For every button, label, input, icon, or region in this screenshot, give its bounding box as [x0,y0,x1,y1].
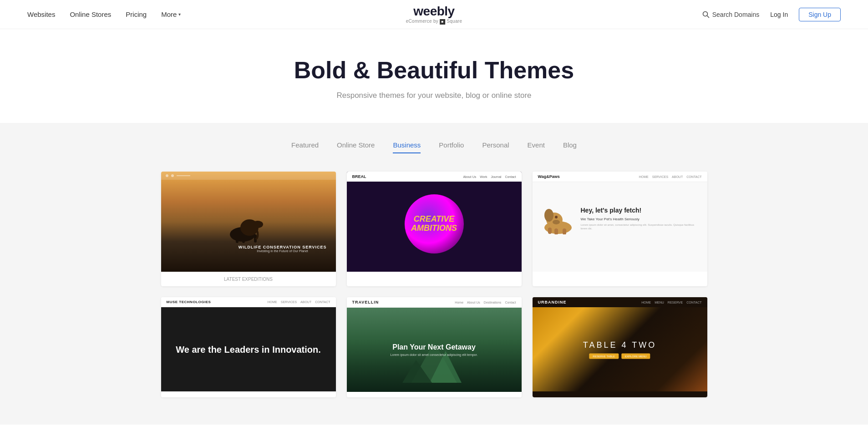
tab-blog[interactable]: Blog [563,141,577,153]
hero-title: Bold & Beautiful Themes [9,56,859,84]
svg-rect-15 [563,228,566,234]
wag-logo: Wag&Paws [538,174,560,179]
tab-business[interactable]: Business [393,141,421,153]
urban-bar: URBANDINE HOME MENU RESERVE CONTACT [533,297,707,307]
travel-logo: TRAVELLIN [352,300,379,304]
theme-preview-muse: MUSE TECHNOLOGIES HOME SERVICES ABOUT CO… [161,297,336,397]
breal-circle: CREATIVEAMBITIONS [405,194,464,254]
theme-card-urban[interactable]: URBANDINE HOME MENU RESERVE CONTACT TABL… [533,297,707,397]
themes-section: Featured Online Store Business Portfolio… [0,123,868,425]
tab-online-store[interactable]: Online Store [337,141,375,153]
theme-card-wildlife[interactable]: WILDLIFE CONSERVATION SERVICES Investing… [161,172,336,286]
wildlife-content: WILDLIFE CONSERVATION SERVICES Investing… [161,180,336,257]
logo-name: weebly [406,4,462,19]
svg-point-12 [553,220,560,224]
nav-pricing[interactable]: Pricing [126,10,147,18]
breal-logo: BREAL [352,174,366,179]
theme-card-travel[interactable]: TRAVELLIN Home About Us Destinations Con… [347,297,522,397]
dot-icon [166,174,168,177]
nav-online-stores[interactable]: Online Stores [70,10,111,18]
elephant-silhouette [227,212,263,243]
wag-bar: Wag&Paws HOME SERVICES ABOUT CONTACT [533,172,707,182]
theme-card-muse[interactable]: MUSE TECHNOLOGIES HOME SERVICES ABOUT CO… [161,297,336,397]
muse-logo: MUSE TECHNOLOGIES [167,300,211,304]
muse-content: We are the Leaders in Innovation. [161,307,336,391]
chevron-down-icon: ▾ [178,12,181,17]
wildlife-text: WILDLIFE CONSERVATION SERVICES Investing… [239,245,327,253]
svg-rect-7 [242,237,245,243]
breal-headline: CREATIVEAMBITIONS [411,215,457,233]
urban-text-overlay: TABLE 4 TWO RESERVE TABLE EXPLORE MENU [583,340,656,359]
wag-content: Hey, let's play fetch! We Take Your Pet'… [533,182,707,255]
svg-rect-13 [548,228,552,234]
themes-grid: WILDLIFE CONSERVATION SERVICES Investing… [161,172,707,397]
urban-headline: TABLE 4 TWO [583,340,656,350]
svg-line-1 [707,15,709,18]
urban-food-bg: TABLE 4 TWO RESERVE TABLE EXPLORE MENU [533,307,707,391]
theme-preview-travel: TRAVELLIN Home About Us Destinations Con… [347,297,522,397]
tab-featured[interactable]: Featured [291,141,319,153]
nav-more[interactable]: More ▾ [161,10,181,18]
breal-nav: About Us Work Journal Contact [463,175,516,178]
muse-bar: MUSE TECHNOLOGIES HOME SERVICES ABOUT CO… [161,297,336,307]
travel-content: Plan Your Next Getaway Lorem ipsum dolor… [347,308,522,392]
theme-preview-urban: URBANDINE HOME MENU RESERVE CONTACT TABL… [533,297,707,397]
muse-nav: HOME SERVICES ABOUT CONTACT [268,300,330,304]
svg-point-10 [544,209,553,222]
square-icon: ■ [440,19,445,25]
search-icon [702,11,710,18]
svg-rect-6 [236,237,239,243]
logo[interactable]: weebly eCommerce by ■ Square [406,4,462,25]
search-domains-button[interactable]: Search Domains [702,11,760,18]
urban-logo: URBANDINE [538,300,567,304]
nav-right: Search Domains Log In Sign Up [702,8,841,21]
puppy-image [540,203,576,234]
travel-bar: TRAVELLIN Home About Us Destinations Con… [347,297,522,308]
login-button[interactable]: Log In [770,11,788,18]
theme-preview-wag: Wag&Paws HOME SERVICES ABOUT CONTACT [533,172,707,272]
logo-tagline: eCommerce by ■ Square [406,19,462,25]
urban-explore-btn: EXPLORE MENU [621,353,650,359]
svg-rect-14 [554,228,558,234]
travel-nav: Home About Us Destinations Contact [455,301,516,304]
breal-bar: BREAL About Us Work Journal Contact [347,172,522,182]
svg-point-4 [252,221,263,228]
tab-event[interactable]: Event [528,141,545,153]
signup-button[interactable]: Sign Up [799,8,841,21]
wildlife-footer: LATEST EXPEDITIONS [161,272,336,286]
theme-card-wag[interactable]: Wag&Paws HOME SERVICES ABOUT CONTACT [533,172,707,286]
muse-headline: We are the Leaders in Innovation. [176,344,321,355]
urban-buttons: RESERVE TABLE EXPLORE MENU [583,353,656,359]
wag-nav: HOME SERVICES ABOUT CONTACT [639,175,702,178]
svg-point-0 [703,11,707,16]
svg-point-11 [555,216,558,218]
preview-bar [161,172,336,180]
hero-section: Bold & Beautiful Themes Responsive theme… [0,29,868,123]
nav-websites[interactable]: Websites [27,10,55,18]
urban-content: TABLE 4 TWO RESERVE TABLE EXPLORE MENU [533,307,707,391]
theme-card-breal[interactable]: BREAL About Us Work Journal Contact CREA… [347,172,522,286]
theme-preview-wildlife: WILDLIFE CONSERVATION SERVICES Investing… [161,172,336,272]
tab-portfolio[interactable]: Portfolio [439,141,464,153]
dot-icon [171,174,174,177]
breal-content: CREATIVEAMBITIONS [347,182,522,266]
urban-nav: HOME MENU RESERVE CONTACT [641,301,701,304]
hero-subtitle: Responsive themes for your website, blog… [9,91,859,100]
tab-personal[interactable]: Personal [482,141,509,153]
travel-overlay-text: Plan Your Next Getaway Lorem ipsum dolor… [391,343,478,356]
nav-left: Websites Online Stores Pricing More ▾ [27,10,181,18]
theme-tabs: Featured Online Store Business Portfolio… [27,141,841,153]
main-header: Websites Online Stores Pricing More ▾ we… [0,0,868,29]
theme-preview-breal: BREAL About Us Work Journal Contact CREA… [347,172,522,272]
line-icon [177,175,190,176]
urban-reserve-btn: RESERVE TABLE [589,353,619,359]
wag-text: Hey, let's play fetch! We Take Your Pet'… [581,207,700,231]
